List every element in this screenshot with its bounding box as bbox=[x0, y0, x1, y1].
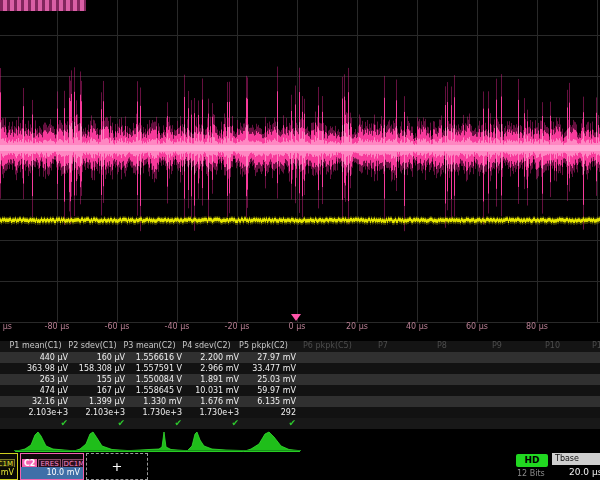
measure-value: 1.891 mV bbox=[186, 375, 239, 384]
measure-value: 1.330 mV bbox=[129, 397, 182, 406]
measure-value: 2.103e+3 bbox=[72, 408, 125, 417]
measure-value: 2.966 mV bbox=[186, 364, 239, 373]
measure-status-row: ✔✔✔✔✔ bbox=[0, 418, 600, 429]
histicon-baseline bbox=[14, 450, 301, 451]
measure-value: 2.200 mV bbox=[186, 353, 239, 362]
histicon[interactable] bbox=[243, 430, 300, 452]
measure-row: 263 µV155 µV1.550084 V1.891 mV25.03 mV bbox=[0, 374, 600, 385]
add-trace-button[interactable]: + bbox=[86, 453, 148, 480]
measure-status-check: ✔ bbox=[186, 418, 239, 429]
hd-mode-badge[interactable]: HD bbox=[516, 454, 548, 467]
measure-header-p11[interactable]: P11 bbox=[592, 341, 600, 350]
c1-coupling-tag: DC1M bbox=[0, 459, 15, 467]
measure-value: 155 µV bbox=[72, 375, 125, 384]
measure-value: 1.730e+3 bbox=[186, 408, 239, 417]
measure-status-check: ✔ bbox=[243, 418, 296, 429]
measure-value: 363.98 µV bbox=[15, 364, 68, 373]
measure-status-check: ✔ bbox=[15, 418, 68, 429]
measure-value: 158.308 µV bbox=[72, 364, 125, 373]
time-axis-label: 80 µs bbox=[509, 322, 565, 331]
measure-value: 1.557591 V bbox=[129, 364, 182, 373]
time-axis-label: -20 µs bbox=[209, 322, 265, 331]
measure-header-p5[interactable]: P5 pkpk(C2) bbox=[235, 341, 292, 350]
measure-status-check: ✔ bbox=[129, 418, 182, 429]
time-axis-label: -80 µs bbox=[29, 322, 85, 331]
time-axis-label: -60 µs bbox=[89, 322, 145, 331]
c2-coupling-tag: DC1M bbox=[62, 459, 83, 467]
measure-value: 10.031 mV bbox=[186, 386, 239, 395]
time-axis-label: 60 µs bbox=[449, 322, 505, 331]
time-axis-label: -100 µs bbox=[0, 322, 25, 331]
time-axis-label: 40 µs bbox=[389, 322, 445, 331]
measure-header-p3[interactable]: P3 mean(C2) bbox=[121, 341, 178, 350]
measure-row: 474 µV167 µV1.558645 V10.031 mV59.97 mV bbox=[0, 385, 600, 396]
measure-value: 474 µV bbox=[15, 386, 68, 395]
measure-value: 2.103e+3 bbox=[15, 408, 68, 417]
oscilloscope-screen: -100 µs -80 µs -60 µs -40 µs -20 µs 0 µs… bbox=[0, 0, 600, 480]
channel-descriptor-c1[interactable]: DC1M 10.0 mV bbox=[0, 453, 18, 480]
c2-eres-tag: ERES bbox=[38, 459, 60, 467]
measure-value: 167 µV bbox=[72, 386, 125, 395]
histicon[interactable] bbox=[72, 430, 129, 452]
channel-descriptor-c2[interactable]: C2ERESDC1M 10.0 mV bbox=[20, 453, 84, 480]
top-left-cropped-menu-badge[interactable] bbox=[0, 0, 86, 11]
timebase-value: 20.0 µs bbox=[552, 465, 600, 479]
resolution-bits-label: 12 Bits bbox=[517, 469, 545, 478]
measure-value: 263 µV bbox=[15, 375, 68, 384]
measure-status-check: ✔ bbox=[72, 418, 125, 429]
timebase-descriptor[interactable]: Tbase 20.0 µs bbox=[552, 453, 600, 480]
measure-row: 2.103e+32.103e+31.730e+31.730e+3292 bbox=[0, 407, 600, 418]
measure-value: 25.03 mV bbox=[243, 375, 296, 384]
time-axis-label: 20 µs bbox=[329, 322, 385, 331]
measure-row: 440 µV160 µV1.556616 V2.200 mV27.97 mV bbox=[0, 352, 600, 363]
c2-vertical-scale: 10.0 mV bbox=[21, 467, 83, 479]
measure-row: 32.16 µV1.399 µV1.330 mV1.676 mV6.135 mV bbox=[0, 396, 600, 407]
measure-value: 27.97 mV bbox=[243, 353, 296, 362]
measure-header-p1[interactable]: P1 mean(C1) bbox=[7, 341, 64, 350]
measure-value: 1.399 µV bbox=[72, 397, 125, 406]
measure-header-p9[interactable]: P9 bbox=[492, 341, 552, 350]
histicon[interactable] bbox=[15, 430, 72, 452]
measure-row: 363.98 µV158.308 µV1.557591 V2.966 mV33.… bbox=[0, 363, 600, 374]
c1-vertical-scale: 10.0 mV bbox=[0, 467, 17, 479]
timebase-title: Tbase bbox=[552, 453, 600, 465]
measure-value: 32.16 µV bbox=[15, 397, 68, 406]
measure-value: 33.477 mV bbox=[243, 364, 296, 373]
time-axis-label: -40 µs bbox=[149, 322, 205, 331]
measure-header-p7[interactable]: P7 bbox=[378, 341, 438, 350]
trigger-time-marker[interactable] bbox=[291, 314, 301, 321]
histicon[interactable] bbox=[186, 430, 243, 452]
measure-header-p8[interactable]: P8 bbox=[437, 341, 497, 350]
measure-value: 1.730e+3 bbox=[129, 408, 182, 417]
measure-value: 6.135 mV bbox=[243, 397, 296, 406]
measure-header-p4[interactable]: P4 sdev(C2) bbox=[178, 341, 235, 350]
measure-header-row: P1 mean(C1) P2 sdev(C1) P3 mean(C2) P4 s… bbox=[0, 341, 600, 352]
measure-header-p6[interactable]: P6 pkpk(C5) bbox=[303, 341, 363, 350]
measure-value: 59.97 mV bbox=[243, 386, 296, 395]
measure-value: 292 bbox=[243, 408, 296, 417]
measure-value: 160 µV bbox=[72, 353, 125, 362]
measure-value: 1.550084 V bbox=[129, 375, 182, 384]
c2-channel-badge: C2 bbox=[22, 459, 37, 467]
histicon[interactable] bbox=[129, 430, 186, 452]
measure-value: 1.556616 V bbox=[129, 353, 182, 362]
measure-value: 1.676 mV bbox=[186, 397, 239, 406]
measure-value: 440 µV bbox=[15, 353, 68, 362]
time-axis-label: 0 µs bbox=[269, 322, 325, 331]
measure-header-p2[interactable]: P2 sdev(C1) bbox=[64, 341, 121, 350]
measure-value: 1.558645 V bbox=[129, 386, 182, 395]
